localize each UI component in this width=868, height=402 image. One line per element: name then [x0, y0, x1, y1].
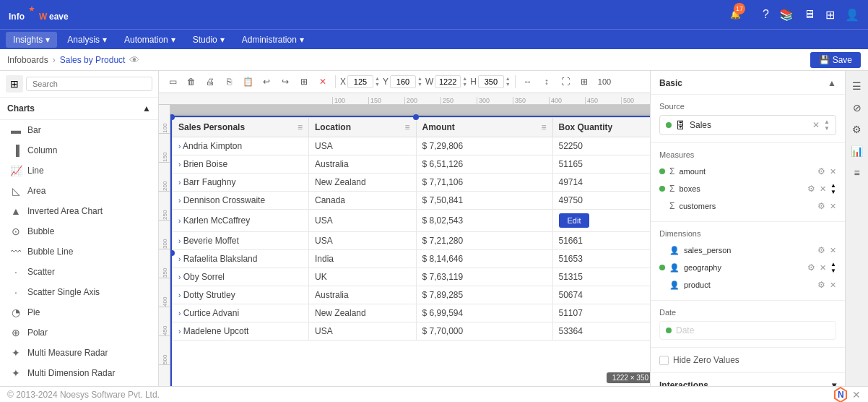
row-expand-icon[interactable]: ›	[178, 179, 181, 187]
chart-type-icon[interactable]: 📊	[848, 142, 867, 161]
help-icon[interactable]: ?	[763, 8, 769, 21]
grid-icon[interactable]: ⊞	[825, 8, 835, 22]
measure-remove-icon[interactable]: ✕	[820, 184, 826, 194]
chart-multi-measure-radar[interactable]: ✦ Multi Measure Radar	[0, 343, 158, 363]
data-icon[interactable]: ≡	[848, 163, 867, 182]
chart-polar[interactable]: ⊕ Polar	[0, 322, 158, 343]
hide-zero-checkbox[interactable]	[659, 356, 669, 365]
col-header-sales-personals: Sales Personals ≡	[173, 118, 309, 137]
chart-area[interactable]: ◺ Area	[0, 181, 158, 201]
chart-bubble-line[interactable]: 〰 Bubble Line	[0, 241, 158, 262]
panel-toggle-icon[interactable]: ☰	[848, 77, 867, 95]
settings-icon[interactable]: ⚙	[848, 120, 867, 139]
chart-inverted-area[interactable]: ▲ Inverted Area Chart	[0, 201, 158, 221]
x-arrows[interactable]: ▲▼	[375, 76, 380, 87]
paste-icon[interactable]: 📋	[240, 74, 256, 90]
redo-icon[interactable]: ↪	[277, 74, 293, 90]
flip-v-icon[interactable]: ↕	[539, 74, 555, 90]
menu-automation[interactable]: Automation ▾	[117, 32, 183, 48]
align-icon[interactable]: ⊞	[296, 74, 312, 90]
chart-bubble[interactable]: ⊙ Bubble	[0, 221, 158, 241]
col-menu-icon[interactable]: ≡	[541, 122, 546, 132]
row-expand-icon[interactable]: ›	[178, 291, 181, 299]
row-expand-icon[interactable]: ›	[178, 197, 181, 205]
filter-icon[interactable]: ⊘	[848, 98, 867, 117]
source-remove-icon[interactable]: ✕	[812, 120, 820, 130]
notification-area[interactable]: 🔔 17	[730, 9, 752, 20]
chart-scatter-single[interactable]: · Scatter Single Axis	[0, 282, 158, 302]
select-icon[interactable]: ▭	[165, 74, 181, 90]
trash-icon[interactable]: ✕	[315, 74, 331, 90]
panel-collapse-icon[interactable]: ▲	[828, 78, 836, 88]
print-icon[interactable]: 🖨	[202, 74, 218, 90]
chart-line[interactable]: 📈 Line	[0, 161, 158, 181]
edit-button[interactable]: Edit	[559, 213, 590, 228]
measure-settings-icon[interactable]: ⚙	[817, 201, 825, 211]
row-expand-icon[interactable]: ›	[178, 237, 181, 245]
col-menu-icon[interactable]: ≡	[404, 122, 409, 132]
monitor-icon[interactable]: 🖥	[804, 8, 815, 21]
canvas-body: 100 150 200 250 300 350 400 450 500	[159, 105, 650, 402]
dimensions-label: Dimensions	[659, 229, 836, 238]
hide-zero-toggle[interactable]: Hide Zero Values	[659, 351, 836, 369]
row-expand-icon[interactable]: ›	[178, 328, 181, 335]
dim-remove-icon[interactable]: ✕	[830, 246, 836, 255]
measure-arrows[interactable]: ▲ ▼	[830, 182, 836, 195]
row-expand-icon[interactable]: ›	[178, 217, 181, 225]
handle-tm[interactable]	[413, 114, 419, 120]
menu-administration[interactable]: Administration ▾	[235, 32, 311, 48]
collapse-icon[interactable]: ▲	[142, 103, 151, 114]
visibility-icon[interactable]: 👁	[129, 54, 139, 66]
close-footer-icon[interactable]: ✕	[852, 389, 861, 401]
w-arrows[interactable]: ▲▼	[462, 76, 467, 87]
measure-remove-icon[interactable]: ✕	[830, 167, 836, 176]
layers-icon[interactable]: ⊞	[6, 75, 23, 93]
y-input[interactable]	[390, 75, 416, 88]
row-expand-icon[interactable]: ›	[178, 309, 181, 317]
chart-bar[interactable]: ▬ Bar	[0, 120, 158, 140]
grid-toggle-icon[interactable]: ⊞	[576, 74, 592, 90]
fullscreen-icon[interactable]: ⛶	[557, 74, 573, 90]
measure-remove-icon[interactable]: ✕	[830, 202, 836, 211]
menu-studio[interactable]: Studio ▾	[186, 32, 232, 48]
dim-settings-icon[interactable]: ⚙	[817, 280, 825, 290]
user-avatar[interactable]: 👤	[845, 8, 859, 22]
row-expand-icon[interactable]: ›	[178, 142, 181, 150]
measure-settings-icon[interactable]: ⚙	[817, 166, 825, 176]
dim-settings-icon[interactable]: ⚙	[807, 262, 815, 273]
delete-icon[interactable]: 🗑	[183, 74, 199, 90]
h-input[interactable]	[478, 75, 504, 88]
menu-analysis[interactable]: Analysis ▾	[60, 32, 114, 48]
dim-item-geography: 👤 geography ⚙ ✕ ▲ ▼	[659, 258, 836, 277]
dim-settings-icon[interactable]: ⚙	[817, 245, 825, 255]
chart-multi-dimension-radar[interactable]: ✦ Multi Dimension Radar	[0, 363, 158, 383]
y-arrows[interactable]: ▲▼	[417, 76, 422, 87]
chart-column[interactable]: ▐ Column	[0, 140, 158, 161]
x-input[interactable]	[347, 75, 373, 88]
breadcrumb-parent[interactable]: Infoboards	[7, 55, 48, 65]
w-input[interactable]	[435, 75, 461, 88]
copy-icon[interactable]: ⎘	[221, 74, 237, 90]
source-section: Source 🗄 Sales ✕ ▲ ▼	[651, 95, 845, 143]
save-button[interactable]: 💾 Save	[810, 52, 861, 68]
h-arrows[interactable]: ▲▼	[505, 76, 511, 87]
row-expand-icon[interactable]: ›	[178, 161, 181, 168]
row-expand-icon[interactable]: ›	[178, 255, 181, 263]
books-icon[interactable]: 📚	[779, 8, 794, 22]
dim-arrows[interactable]: ▲ ▼	[830, 261, 836, 274]
measure-settings-icon[interactable]: ⚙	[807, 184, 815, 194]
row-expand-icon[interactable]: ›	[178, 273, 181, 281]
chart-scatter[interactable]: · Scatter	[0, 262, 158, 282]
undo-icon[interactable]: ↩	[259, 74, 274, 90]
area-chart-icon: ◺	[10, 185, 22, 197]
col-menu-icon[interactable]: ≡	[298, 122, 303, 132]
source-arrows[interactable]: ▲ ▼	[824, 119, 830, 132]
flip-h-icon[interactable]: ↔	[520, 74, 536, 90]
chart-pie[interactable]: ◔ Pie	[0, 302, 158, 322]
sigma-icon: Σ	[669, 201, 674, 211]
menu-insights[interactable]: Insights ▾	[6, 32, 57, 48]
search-input[interactable]	[26, 77, 152, 91]
dim-remove-icon[interactable]: ✕	[830, 281, 836, 290]
date-field[interactable]: Date	[659, 321, 836, 340]
dim-remove-icon[interactable]: ✕	[820, 263, 826, 273]
